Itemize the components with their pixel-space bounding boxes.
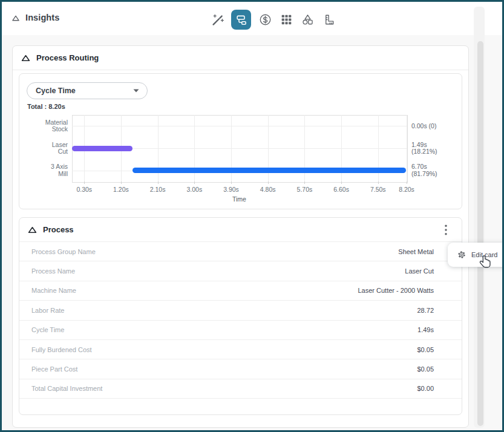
edit-card-label: Edit card bbox=[471, 251, 497, 258]
axis-tick bbox=[378, 182, 379, 184]
table-row: Machine NameLaser Cutter - 2000 Watts bbox=[19, 281, 462, 301]
cycle-time-chart-card: Cycle Time Total : 8.20s 0.30s1.20s2.10s… bbox=[19, 73, 462, 209]
kebab-menu-icon bbox=[445, 224, 447, 235]
x-axis-title: Time bbox=[72, 195, 407, 203]
axis-tick bbox=[407, 182, 407, 184]
axis-tick bbox=[84, 182, 85, 184]
row-label: Fully Burdened Cost bbox=[31, 346, 92, 353]
table-row: Fully Burdened Cost$0.05 bbox=[19, 340, 462, 359]
triangle-up-icon bbox=[11, 15, 20, 22]
axis-tick bbox=[194, 182, 195, 184]
row-value: Laser Cutter - 2000 Watts bbox=[358, 287, 434, 294]
table-row: Labor Rate28.72 bbox=[19, 301, 462, 320]
insights-window: Insights bbox=[0, 0, 504, 432]
process-routing-card: Process Routing Cycle Time Total : 8.20s… bbox=[12, 45, 469, 428]
insights-collapse-button[interactable] bbox=[10, 13, 21, 23]
shapes-icon bbox=[301, 13, 314, 26]
row-value: Sheet Metal bbox=[398, 248, 434, 255]
process-routing-header: Process Routing bbox=[13, 46, 468, 70]
axis-tick bbox=[341, 182, 342, 184]
grid-view-button[interactable] bbox=[279, 10, 293, 30]
routing-icon bbox=[235, 13, 248, 27]
row-label: Cycle Time bbox=[31, 326, 64, 333]
process-card: Process Process Group NameSheet MetalPro… bbox=[19, 217, 462, 415]
card-context-menu: Edit card bbox=[448, 243, 504, 267]
cost-view-button[interactable] bbox=[258, 10, 272, 30]
gear-icon bbox=[457, 250, 466, 259]
y-category-label: 3 Axis Mill bbox=[19, 163, 68, 177]
x-tick-label: 4.80s bbox=[250, 186, 286, 193]
insights-header: Insights bbox=[2, 2, 502, 35]
measurement-view-button[interactable] bbox=[321, 10, 336, 30]
row-value: $0.05 bbox=[417, 365, 434, 373]
gantt-bar[interactable] bbox=[133, 168, 406, 173]
process-routing-title: Process Routing bbox=[36, 53, 99, 62]
gridline bbox=[407, 115, 407, 182]
y-category-label: Material Stock bbox=[19, 119, 68, 133]
row-label: Process Name bbox=[31, 267, 75, 275]
process-table: Process Group NameSheet MetalProcess Nam… bbox=[19, 242, 462, 399]
x-tick-label: 5.70s bbox=[286, 186, 322, 193]
table-row: Process Group NameSheet Metal bbox=[19, 242, 462, 261]
magic-wand-button[interactable] bbox=[210, 10, 224, 30]
row-value: Laser Cut bbox=[405, 267, 434, 275]
gantt-chart: 0.30s1.20s2.10s3.00s3.90s4.80s5.70s6.60s… bbox=[19, 74, 462, 209]
gantt-bar[interactable] bbox=[72, 146, 133, 151]
context-menu-item-edit-card[interactable]: Edit card bbox=[457, 250, 497, 259]
axis-tick bbox=[158, 182, 159, 184]
bar-value-label: 0.00s (0) bbox=[411, 123, 436, 130]
ruler-icon bbox=[322, 13, 335, 26]
grid-icon bbox=[280, 13, 293, 26]
process-card-header: Process bbox=[19, 218, 462, 242]
axis-tick bbox=[304, 182, 305, 184]
table-row: Total Capital Investment$0.00 bbox=[19, 379, 462, 399]
x-tick-label: 1.20s bbox=[103, 186, 139, 193]
dollar-coin-icon bbox=[259, 13, 272, 26]
row-label: Piece Part Cost bbox=[31, 365, 77, 373]
x-tick-label: 3.00s bbox=[176, 186, 212, 193]
triangle-up-icon[interactable] bbox=[21, 54, 30, 62]
row-value: $0.00 bbox=[417, 385, 434, 392]
process-card-title: Process bbox=[43, 225, 74, 234]
row-label: Machine Name bbox=[31, 287, 76, 294]
y-category-label: Laser Cut bbox=[19, 142, 68, 155]
row-label: Total Capital Investment bbox=[31, 385, 102, 392]
x-tick-label: 3.90s bbox=[213, 186, 249, 193]
triangle-up-icon[interactable] bbox=[28, 226, 37, 234]
row-value: 1.49s bbox=[417, 326, 434, 333]
axis-tick bbox=[121, 182, 122, 184]
bar-value-label: 1.49s (18.21%) bbox=[411, 142, 437, 155]
table-row: Cycle Time1.49s bbox=[19, 321, 462, 340]
page-title: Insights bbox=[25, 13, 59, 22]
gridline bbox=[72, 126, 407, 126]
row-value: $0.05 bbox=[417, 346, 434, 353]
process-card-menu-button[interactable] bbox=[439, 223, 453, 237]
axis-tick bbox=[268, 182, 269, 184]
bar-value-label: 6.70s (81.79%) bbox=[411, 163, 437, 177]
geometry-view-button[interactable] bbox=[300, 10, 315, 30]
magic-wand-icon bbox=[211, 13, 224, 27]
axis-tick bbox=[231, 182, 232, 184]
row-label: Process Group Name bbox=[31, 248, 96, 255]
process-routing-view-button[interactable] bbox=[231, 10, 251, 30]
row-value: 28.72 bbox=[417, 307, 434, 314]
x-tick-label: 6.60s bbox=[323, 186, 359, 193]
row-label: Labor Rate bbox=[31, 307, 64, 314]
x-tick-label: 0.30s bbox=[66, 186, 102, 193]
table-row: Piece Part Cost$0.05 bbox=[19, 359, 462, 379]
x-tick-label: 2.10s bbox=[140, 186, 176, 193]
scrollbar-thumb[interactable] bbox=[477, 41, 483, 426]
table-row: Process NameLaser Cut bbox=[19, 261, 462, 281]
x-tick-label: 8.20s bbox=[388, 186, 425, 193]
insights-toolbar bbox=[210, 10, 336, 30]
